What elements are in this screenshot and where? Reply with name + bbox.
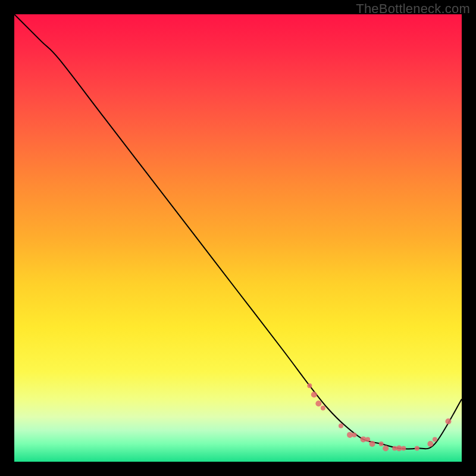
chart-frame: TheBottleneck.com xyxy=(0,0,476,476)
marker-dot xyxy=(311,392,317,397)
curve-markers xyxy=(307,383,451,451)
marker-dot xyxy=(369,441,375,447)
marker-dot xyxy=(445,418,451,424)
marker-dot xyxy=(401,446,406,450)
chart-svg xyxy=(14,14,462,462)
marker-dot xyxy=(379,441,384,446)
marker-dot xyxy=(352,433,357,437)
marker-dot xyxy=(396,445,402,451)
marker-dot xyxy=(347,432,353,438)
marker-dot xyxy=(315,400,321,406)
curve-line xyxy=(14,14,462,449)
marker-dot xyxy=(339,424,343,428)
watermark-text: TheBottleneck.com xyxy=(356,1,470,17)
plot-area xyxy=(14,14,462,462)
marker-dot xyxy=(383,445,389,451)
marker-dot xyxy=(415,446,419,450)
marker-dot xyxy=(361,436,367,442)
marker-dot xyxy=(427,441,433,447)
marker-dot xyxy=(321,406,325,411)
bottleneck-curve-path xyxy=(14,14,462,449)
marker-dot xyxy=(307,383,312,388)
marker-dot xyxy=(365,437,370,441)
marker-dot xyxy=(433,437,437,441)
